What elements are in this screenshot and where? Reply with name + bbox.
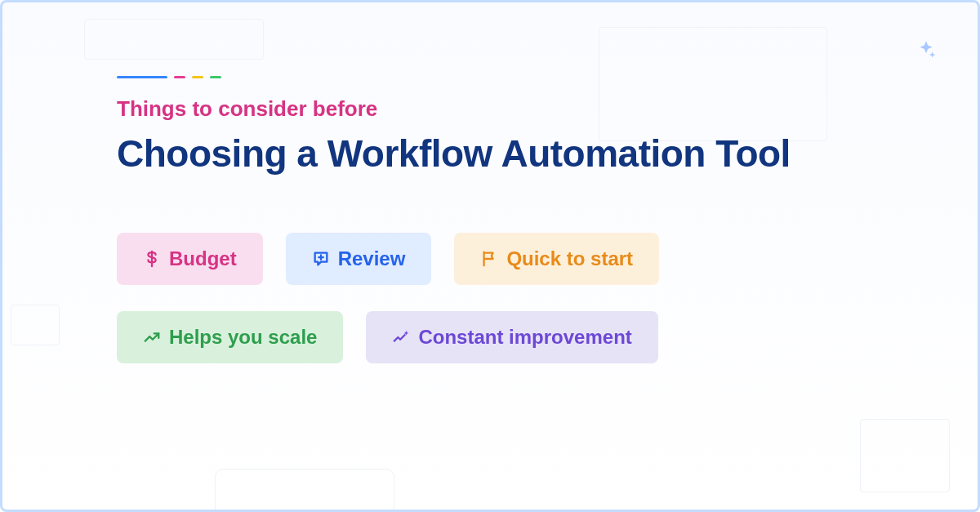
bg-decorative-rect: [860, 419, 950, 492]
chip-label: Budget: [169, 247, 237, 270]
accent-lines: [117, 76, 863, 78]
chip-budget: Budget: [117, 233, 263, 285]
chip-quick: Quick to start: [454, 233, 659, 285]
accent-line-pink: [174, 76, 185, 78]
chips-row-2: Helps you scale Constant improvement: [117, 311, 863, 363]
chip-label: Review: [338, 247, 406, 270]
dollar-icon: [143, 250, 161, 268]
eyebrow-text: Things to consider before: [117, 96, 863, 122]
main-content: Things to consider before Choosing a Wor…: [2, 2, 978, 363]
chip-review: Review: [286, 233, 432, 285]
chip-label: Quick to start: [506, 247, 633, 270]
accent-line-green: [210, 76, 221, 78]
accent-line-blue: [117, 76, 167, 78]
headline: Choosing a Workflow Automation Tool: [117, 131, 863, 176]
chip-improve: Constant improvement: [366, 311, 657, 363]
message-plus-icon: [312, 250, 330, 268]
chip-scale: Helps you scale: [117, 311, 343, 363]
accent-line-yellow: [192, 76, 203, 78]
flag-icon: [480, 250, 498, 268]
chip-label: Helps you scale: [169, 326, 317, 349]
sparkle-trend-icon: [392, 328, 410, 346]
chip-label: Constant improvement: [418, 326, 631, 349]
bg-decorative-rect: [215, 469, 394, 512]
chips-row-1: Budget Review Quick to start: [117, 233, 863, 285]
trending-up-icon: [143, 328, 161, 346]
